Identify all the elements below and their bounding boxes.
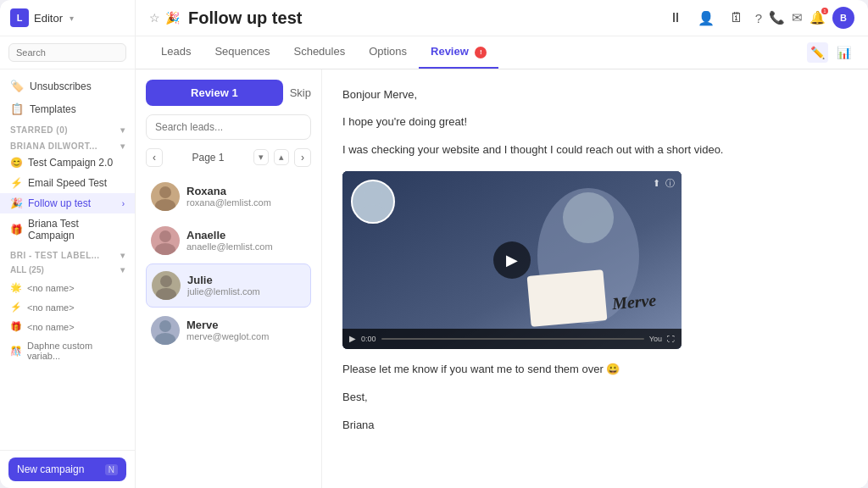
lead-item-roxana[interactable]: Roxana roxana@lemlist.com	[146, 175, 311, 218]
phone-icon[interactable]: 📞	[769, 10, 785, 25]
lead-item-anaelle[interactable]: Anaelle anaelle@lemlist.com	[146, 219, 311, 262]
lead-name-anaelle: Anaelle	[186, 229, 306, 241]
pause-button[interactable]: ⏸	[665, 8, 686, 27]
tabs-right-actions: ✏️ 📊	[807, 42, 854, 63]
sidebar-search-container	[0, 36, 135, 69]
edit-view-button[interactable]: ✏️	[807, 42, 828, 63]
tab-options[interactable]: Options	[357, 36, 419, 68]
test-campaign-icon: 😊	[10, 157, 23, 169]
email-sign1: Best,	[342, 389, 848, 407]
email-speed-icon: ⚡	[10, 177, 23, 189]
notification-icon[interactable]: 🔔 1	[810, 10, 826, 25]
video-play-icon[interactable]: ▶	[349, 332, 356, 346]
page-label: Page 1	[168, 152, 248, 164]
video-expand-icon[interactable]: ⛶	[667, 333, 675, 345]
all-section-label: ALL (25) ▾	[0, 262, 135, 278]
email-icon[interactable]: ✉	[792, 10, 803, 25]
leads-list: Roxana roxana@lemlist.com Anaelle anaell…	[146, 175, 311, 478]
lead-item-julie[interactable]: Julie julie@lemlist.com	[146, 263, 311, 308]
campaign-item-follow-up[interactable]: 🎉 Follow up test ›	[0, 193, 135, 214]
video-embed[interactable]: ⬆ ⓘ Merve ▶ ▶ 0:00	[342, 171, 682, 349]
sidebar-header: L Editor ▾	[0, 0, 135, 36]
topbar-left: ☆ 🎉 Follow up test	[149, 8, 657, 28]
pagination-row: ‹ Page 1 ▾ ▴ ›	[146, 148, 311, 167]
app-logo: L	[10, 8, 29, 27]
sidebar-item-unsubscribes[interactable]: 🏷️ Unsubscribes	[0, 75, 135, 97]
campaign-item-test[interactable]: 😊 Test Campaign 2.0	[0, 152, 135, 173]
user-button[interactable]: 👤	[694, 8, 718, 28]
lead-name-merve: Merve	[186, 319, 306, 331]
bri-section-label: BRI - TEST LABEL... ▾	[0, 246, 135, 262]
avatar-julie	[152, 271, 181, 300]
sidebar-item-templates[interactable]: 📋 Templates	[0, 97, 135, 120]
lead-item-merve[interactable]: Merve merve@weglot.com	[146, 309, 311, 352]
no-name-icon-1: 🌟	[10, 282, 22, 293]
svg-rect-11	[527, 269, 608, 327]
avatar-anaelle	[151, 226, 180, 255]
campaign-item-briana[interactable]: 🎁 Briana Test Campaign	[0, 214, 135, 246]
page-title: Follow up test	[188, 8, 302, 28]
tab-leads[interactable]: Leads	[149, 36, 203, 68]
svg-point-1	[155, 199, 175, 211]
video-share-icon[interactable]: ⬆	[653, 176, 660, 191]
video-progress-bar[interactable]	[381, 338, 644, 340]
no-name-item-4[interactable]: 🎊 Daphne custom variab...	[0, 336, 135, 365]
notification-badge: 1	[821, 8, 828, 14]
topbar: ☆ 🎉 Follow up test ⏸ 👤 🗓 ? 📞 ✉ 🔔 1 B	[136, 0, 868, 36]
editor-chevron-icon[interactable]: ▾	[70, 14, 74, 23]
next-page-button[interactable]: ›	[294, 148, 311, 167]
editor-label: Editor	[34, 12, 63, 25]
no-name-item-2[interactable]: ⚡ <no name>	[0, 297, 135, 317]
no-name-item-3[interactable]: 🎁 <no name>	[0, 317, 135, 336]
svg-point-13	[359, 205, 387, 224]
briana-campaign-icon: 🎁	[10, 224, 23, 236]
avatar-merve	[151, 316, 180, 345]
tab-schedules[interactable]: Schedules	[281, 36, 357, 68]
main-content: ☆ 🎉 Follow up test ⏸ 👤 🗓 ? 📞 ✉ 🔔 1 B	[136, 0, 868, 488]
sort-down-button[interactable]: ▾	[253, 149, 269, 165]
svg-point-0	[159, 186, 171, 198]
user-avatar-button[interactable]: B	[832, 7, 854, 29]
email-line3: Please let me know if you want me to sen…	[342, 361, 848, 379]
video-time: 0:00	[361, 333, 376, 345]
prev-page-button[interactable]: ‹	[146, 148, 163, 167]
left-panel: Review 1 Skip ‹ Page 1 ▾ ▴ ›	[136, 69, 322, 488]
tab-sequences[interactable]: Sequences	[203, 36, 281, 68]
content-area: Review 1 Skip ‹ Page 1 ▾ ▴ ›	[136, 69, 868, 488]
lead-info-anaelle: Anaelle anaelle@lemlist.com	[186, 229, 306, 252]
email-line2: I was checking your website and I though…	[342, 141, 848, 159]
sidebar: L Editor ▾ 🏷️ Unsubscribes 📋 Templates S…	[0, 0, 136, 488]
all-chevron-icon[interactable]: ▾	[120, 265, 125, 274]
video-name-label: Merve	[611, 286, 658, 317]
templates-icon: 📋	[10, 103, 24, 115]
sidebar-bottom: New campaign N	[0, 450, 135, 488]
lead-info-merve: Merve merve@weglot.com	[186, 319, 306, 341]
party-icon: 🎉	[165, 11, 180, 25]
video-info-icon[interactable]: ⓘ	[665, 176, 675, 191]
campaign-item-email-speed[interactable]: ⚡ Email Speed Test	[0, 173, 135, 193]
bri-chevron-icon[interactable]: ▾	[120, 251, 125, 260]
briana-chevron-icon[interactable]: ▾	[120, 141, 125, 151]
chart-view-button[interactable]: 📊	[833, 42, 854, 63]
skip-button[interactable]: Skip	[290, 86, 311, 99]
starred-section-label: STARRED (0) ▾	[0, 120, 135, 136]
sort-up-button[interactable]: ▴	[274, 149, 289, 165]
starred-chevron-icon[interactable]: ▾	[120, 125, 125, 135]
svg-point-7	[155, 333, 175, 345]
tab-review[interactable]: Review !	[419, 36, 498, 69]
new-campaign-button[interactable]: New campaign N	[8, 458, 126, 481]
star-icon[interactable]: ☆	[149, 11, 160, 25]
help-icon[interactable]: ?	[755, 11, 762, 25]
video-overlay-avatar	[351, 180, 395, 224]
review-badge: !	[475, 47, 487, 58]
calendar-button[interactable]: 🗓	[726, 8, 747, 27]
tabs-bar: Leads Sequences Schedules Options Review…	[136, 36, 868, 69]
search-leads-input[interactable]	[146, 114, 311, 140]
review-button[interactable]: Review 1	[146, 80, 283, 106]
sidebar-search-input[interactable]	[8, 43, 126, 62]
avatar-roxana	[151, 182, 180, 211]
video-play-button[interactable]: ▶	[493, 241, 531, 279]
lead-name-roxana: Roxana	[186, 185, 306, 197]
svg-point-6	[159, 320, 171, 332]
no-name-item-1[interactable]: 🌟 <no name>	[0, 278, 135, 297]
